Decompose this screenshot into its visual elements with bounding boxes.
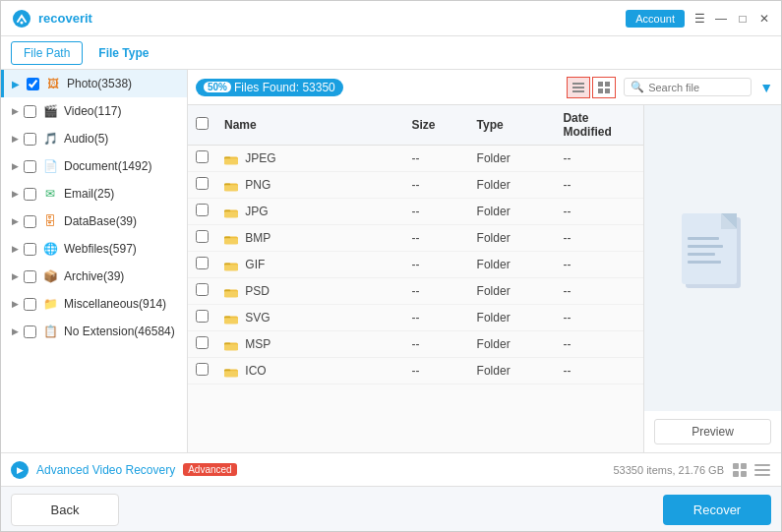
- table-row[interactable]: GIF -- Folder --: [188, 252, 643, 278]
- table-row[interactable]: PSD -- Folder --: [188, 278, 643, 305]
- row-date-cell: --: [555, 305, 643, 331]
- row-checkbox[interactable]: [196, 283, 209, 296]
- sidebar-item-webfiles[interactable]: ▶ 🌐 Webfiles(597): [1, 235, 187, 263]
- row-type-cell: Folder: [469, 199, 556, 225]
- table-row[interactable]: JPG -- Folder --: [188, 199, 643, 225]
- sidebar-item-video[interactable]: ▶ 🎬 Video(117): [1, 97, 187, 125]
- list-view-button[interactable]: [567, 77, 590, 98]
- sidebar-item-photo[interactable]: ▶ 🖼 Photo(3538): [1, 70, 187, 97]
- preview-placeholder-graphic: [674, 209, 752, 308]
- sidebar-item-database[interactable]: ▶ 🗄 DataBase(39): [1, 207, 187, 235]
- close-button[interactable]: ✕: [757, 12, 771, 26]
- row-checkbox[interactable]: [196, 230, 209, 243]
- svg-point-1: [21, 21, 24, 24]
- sidebar-item-archive[interactable]: ▶ 📦 Archive(39): [1, 263, 187, 290]
- folder-icon: [224, 233, 238, 245]
- row-type-cell: Folder: [469, 278, 556, 305]
- row-type-cell: Folder: [469, 358, 556, 384]
- grid-icon-controls: [732, 461, 771, 479]
- row-checkbox[interactable]: [196, 257, 209, 269]
- table-row[interactable]: JPEG -- Folder --: [188, 146, 643, 172]
- row-checkbox[interactable]: [196, 336, 209, 349]
- grid-toggle-button[interactable]: [732, 461, 750, 479]
- sidebar-item-audio[interactable]: ▶ 🎵 Audio(5): [1, 125, 187, 152]
- tab-file-path[interactable]: File Path: [11, 41, 83, 65]
- col-header-type: Type: [469, 105, 556, 146]
- row-select-cell: [188, 225, 216, 252]
- table-row[interactable]: BMP -- Folder --: [188, 225, 643, 252]
- sidebar-checkbox-noext[interactable]: [24, 325, 36, 338]
- row-type-cell: Folder: [469, 172, 556, 199]
- row-select-cell: [188, 331, 216, 358]
- back-button[interactable]: Back: [11, 494, 119, 526]
- menu-button[interactable]: ☰: [692, 12, 706, 26]
- sidebar-label-archive: Archive(39): [64, 269, 181, 283]
- advanced-video-label[interactable]: Advanced Video Recovery: [36, 463, 175, 477]
- list-toggle-button[interactable]: [753, 461, 771, 479]
- table-row[interactable]: SVG -- Folder --: [188, 305, 643, 331]
- view-toggle: [567, 77, 616, 98]
- sidebar-checkbox-audio[interactable]: [24, 133, 36, 146]
- folder-icon: [224, 180, 238, 192]
- filter-icon[interactable]: ▼: [759, 80, 773, 95]
- col-header-name: Name: [216, 105, 403, 146]
- sidebar-checkbox-misc[interactable]: [24, 298, 36, 311]
- svg-rect-3: [572, 87, 584, 89]
- row-size-cell: --: [403, 225, 468, 252]
- row-select-cell: [188, 278, 216, 305]
- svg-rect-6: [605, 82, 610, 87]
- svg-rect-32: [224, 344, 238, 350]
- row-date-cell: --: [555, 172, 643, 199]
- sidebar-checkbox-archive[interactable]: [24, 270, 36, 283]
- folder-icon: [224, 339, 238, 351]
- row-checkbox[interactable]: [196, 150, 209, 163]
- app-logo-icon: [11, 8, 32, 30]
- sidebar-item-email[interactable]: ▶ ✉ Email(25): [1, 180, 187, 207]
- row-name-cell: SVG: [216, 305, 403, 331]
- webfiles-icon: 🌐: [41, 240, 59, 258]
- action-bar: Back Recover: [1, 486, 781, 532]
- preview-button[interactable]: Preview: [654, 419, 771, 444]
- select-all-checkbox[interactable]: [196, 117, 209, 130]
- row-select-cell: [188, 305, 216, 331]
- expand-arrow-photo: ▶: [12, 79, 20, 89]
- tab-file-type[interactable]: File Type: [87, 42, 160, 64]
- row-checkbox[interactable]: [196, 310, 209, 323]
- account-button[interactable]: Account: [626, 10, 685, 28]
- row-size-cell: --: [403, 172, 468, 199]
- row-checkbox[interactable]: [196, 177, 209, 190]
- minimize-button[interactable]: —: [714, 12, 728, 26]
- maximize-button[interactable]: □: [736, 12, 750, 26]
- svg-rect-20: [224, 238, 238, 244]
- sidebar-checkbox-webfiles[interactable]: [24, 243, 36, 256]
- sidebar-item-document[interactable]: ▶ 📄 Document(1492): [1, 152, 187, 180]
- sidebar-checkbox-document[interactable]: [24, 160, 36, 173]
- advanced-badge[interactable]: Advanced: [183, 463, 236, 476]
- row-checkbox[interactable]: [196, 204, 209, 216]
- sidebar: ▶ 🖼 Photo(3538) ▶ 🎬 Video(117) ▶ 🎵 Audio…: [1, 70, 188, 452]
- svg-rect-44: [733, 463, 739, 469]
- table-row[interactable]: ICO -- Folder --: [188, 358, 643, 384]
- row-date-cell: --: [555, 146, 643, 172]
- archive-icon: 📦: [41, 267, 59, 285]
- sidebar-label-audio: Audio(5): [64, 132, 181, 146]
- photo-icon: 🖼: [44, 75, 62, 92]
- sidebar-checkbox-email[interactable]: [24, 188, 36, 201]
- grid-view-button[interactable]: [592, 77, 616, 98]
- recover-button[interactable]: Recover: [663, 495, 771, 525]
- svg-rect-42: [688, 253, 715, 256]
- row-checkbox[interactable]: [196, 363, 209, 376]
- table-row[interactable]: MSP -- Folder --: [188, 331, 643, 358]
- search-box: 🔍: [624, 78, 752, 96]
- expand-arrow-misc: ▶: [12, 299, 19, 309]
- sidebar-checkbox-video[interactable]: [24, 105, 36, 118]
- sidebar-checkbox-database[interactable]: [24, 215, 36, 228]
- sidebar-item-misc[interactable]: ▶ 📁 Miscellaneous(914): [1, 290, 187, 318]
- sidebar-item-noext[interactable]: ▶ 📋 No Extension(46584): [1, 318, 187, 345]
- table-row[interactable]: PNG -- Folder --: [188, 172, 643, 199]
- row-select-cell: [188, 358, 216, 384]
- row-select-cell: [188, 172, 216, 199]
- sidebar-label-misc: Miscellaneous(914): [64, 297, 181, 311]
- search-input[interactable]: [648, 82, 745, 93]
- sidebar-checkbox-photo[interactable]: [27, 78, 39, 90]
